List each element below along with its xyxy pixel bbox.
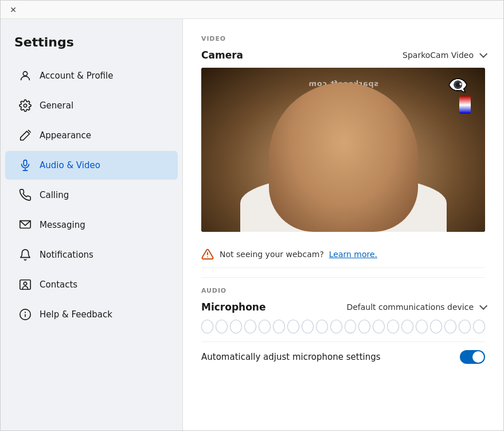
microphone-label: Microphone (201, 301, 265, 313)
microphone-value: Default communications device (346, 302, 474, 312)
mic-dot-17 (430, 320, 442, 333)
mic-dot-8 (302, 320, 314, 333)
chevron-down-icon (479, 50, 487, 58)
wand-icon (19, 129, 32, 142)
sidebar-item-calling[interactable]: Calling (5, 181, 178, 209)
mic-dot-5 (259, 320, 271, 333)
sidebar-item-messaging[interactable]: Messaging (5, 211, 178, 239)
mic-dot-11 (345, 320, 357, 333)
title-bar: ✕ (1, 1, 503, 19)
sidebar-item-notifications[interactable]: Notifications (5, 240, 178, 269)
main-panel: VIDEO Camera SparkoCam Video sparkosoft.… (183, 19, 503, 430)
mic-dot-6 (273, 320, 285, 333)
camera-label: Camera (201, 49, 243, 61)
auto-adjust-label: Automatically adjust microphone settings (201, 352, 381, 362)
bell-icon (19, 248, 32, 261)
svg-point-1 (24, 104, 27, 107)
warning-icon (201, 248, 214, 261)
sidebar-item-label: Appearance (40, 130, 91, 141)
sidebar-item-label: Account & Profile (40, 71, 113, 81)
mic-level-bar (201, 320, 485, 333)
camera-select-dropdown[interactable]: SparkoCam Video (403, 51, 485, 60)
info-icon (19, 308, 32, 321)
mic-dot-1 (201, 320, 213, 333)
camera-row: Camera SparkoCam Video (201, 49, 485, 61)
mic-dot-13 (373, 320, 385, 333)
svg-point-7 (24, 282, 27, 285)
sidebar-item-label: Audio & Video (40, 160, 100, 170)
sidebar: Settings Account & Profile General (1, 19, 183, 430)
contacts-icon (19, 278, 32, 291)
sidebar-item-label: General (40, 100, 73, 111)
mic-dot-18 (444, 320, 456, 333)
video-section-label: VIDEO (201, 35, 485, 42)
mic-dot-16 (416, 320, 428, 333)
sidebar-item-label: Notifications (40, 250, 93, 260)
person-icon (19, 69, 32, 82)
chevron-down-icon (479, 302, 487, 310)
cam-emoji: 👁️‍🗨️ (448, 76, 468, 95)
chat-icon (19, 219, 32, 231)
webcam-warning-text: Not seeing your webcam? Learn more. (220, 250, 377, 259)
mic-dot-14 (387, 320, 399, 333)
audio-section-label: AUDIO (201, 287, 485, 294)
cam-flag (459, 96, 471, 114)
mic-dot-4 (244, 320, 256, 333)
svg-rect-6 (20, 280, 30, 290)
microphone-select-dropdown[interactable]: Default communications device (346, 302, 485, 312)
sidebar-item-contacts[interactable]: Contacts (5, 270, 178, 299)
svg-rect-2 (24, 160, 27, 166)
warning-static-text: Not seeing your webcam? (220, 250, 324, 259)
sidebar-item-general[interactable]: General (5, 91, 178, 120)
mic-dot-15 (401, 320, 413, 333)
close-button[interactable]: ✕ (7, 4, 19, 15)
section-divider (201, 277, 485, 278)
mic-dot-10 (330, 320, 342, 333)
sidebar-item-label: Help & Feedback (40, 309, 112, 320)
sidebar-title: Settings (1, 19, 182, 61)
mic-dot-9 (316, 320, 328, 333)
auto-adjust-row: Automatically adjust microphone settings (201, 341, 485, 372)
sidebar-item-label: Calling (40, 190, 69, 200)
microphone-row: Microphone Default communications device (201, 301, 485, 313)
sidebar-item-account[interactable]: Account & Profile (5, 61, 178, 90)
mic-dot-19 (459, 320, 471, 333)
sidebar-item-appearance[interactable]: Appearance (5, 121, 178, 150)
camera-preview-inner: sparkosoft.com 👁️‍🗨️ (201, 68, 485, 232)
webcam-warning: Not seeing your webcam? Learn more. (201, 241, 485, 268)
svg-point-0 (23, 72, 27, 76)
cam-face (269, 83, 418, 232)
learn-more-link[interactable]: Learn more. (329, 250, 377, 259)
sidebar-item-label: Messaging (40, 220, 85, 230)
gear-icon (19, 99, 32, 112)
phone-icon (19, 189, 32, 201)
camera-preview: sparkosoft.com 👁️‍🗨️ (201, 68, 485, 232)
mic-dot-3 (230, 320, 242, 333)
sidebar-item-help[interactable]: Help & Feedback (5, 300, 178, 329)
sidebar-item-audio-video[interactable]: Audio & Video (5, 151, 178, 180)
content-area: Settings Account & Profile General (1, 19, 503, 430)
mic-dot-20 (473, 320, 485, 333)
auto-adjust-toggle[interactable] (460, 350, 485, 364)
mic-dot-12 (358, 320, 370, 333)
camera-value: SparkoCam Video (403, 51, 474, 60)
mic-icon (19, 159, 32, 172)
sidebar-item-label: Contacts (40, 279, 77, 290)
mic-dot-2 (216, 320, 228, 333)
mic-dot-7 (287, 320, 299, 333)
settings-window: ✕ Settings Account & Profile General (0, 0, 504, 431)
